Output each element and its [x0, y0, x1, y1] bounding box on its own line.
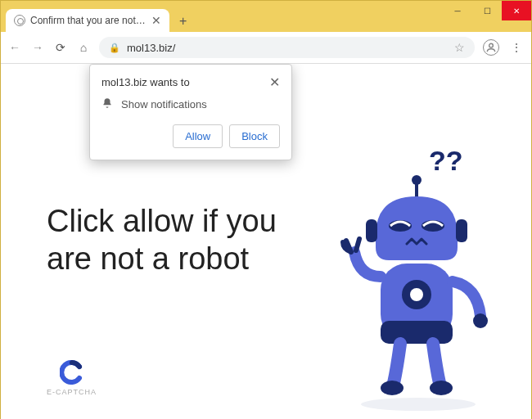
page-content: mol13.biz wants to ✕ Show notifications …: [1, 64, 531, 419]
browser-tab[interactable]: Confirm that you are not a robot ✕: [6, 9, 169, 32]
notification-permission-prompt: mol13.biz wants to ✕ Show notifications …: [89, 64, 292, 160]
reload-button[interactable]: ⟳: [53, 41, 68, 54]
svg-rect-8: [381, 321, 453, 344]
home-button[interactable]: ⌂: [76, 41, 91, 54]
svg-rect-4: [456, 219, 467, 242]
captcha-c-icon: [60, 360, 84, 385]
svg-point-10: [410, 288, 423, 301]
close-window-button[interactable]: ✕: [502, 1, 531, 20]
maximize-button[interactable]: ☐: [472, 1, 502, 20]
svg-rect-3: [366, 219, 377, 242]
question-marks-icon: ??: [429, 145, 463, 176]
window-controls: ─ ☐ ✕: [443, 1, 531, 20]
globe-icon: [14, 15, 25, 26]
svg-point-2: [412, 175, 422, 185]
bell-icon: [101, 97, 113, 111]
toolbar: ← → ⟳ ⌂ 🔒 mol13.biz/ ☆ ⋮: [1, 32, 531, 64]
permission-text: Show notifications: [121, 98, 207, 110]
svg-point-13: [430, 381, 453, 395]
captcha-label: E-CAPTCHA: [47, 388, 97, 396]
back-button[interactable]: ←: [7, 41, 22, 54]
svg-point-11: [473, 313, 488, 328]
minimize-button[interactable]: ─: [443, 1, 472, 20]
captcha-logo: E-CAPTCHA: [47, 360, 97, 396]
close-tab-button[interactable]: ✕: [151, 14, 161, 27]
forward-button[interactable]: →: [30, 41, 45, 54]
new-tab-button[interactable]: +: [173, 11, 193, 32]
allow-button[interactable]: Allow: [173, 124, 223, 148]
close-prompt-button[interactable]: ✕: [269, 76, 280, 89]
lock-icon: 🔒: [109, 43, 120, 53]
bookmark-star-icon[interactable]: ☆: [454, 41, 465, 54]
url-text: mol13.biz/: [127, 42, 448, 54]
svg-point-14: [361, 398, 476, 411]
menu-button[interactable]: ⋮: [507, 41, 525, 54]
permission-origin: mol13.biz wants to: [101, 76, 190, 88]
block-button[interactable]: Block: [229, 124, 280, 148]
address-bar[interactable]: 🔒 mol13.biz/ ☆: [99, 37, 475, 58]
svg-point-12: [381, 381, 404, 395]
page-headline: Click allow if you are not a robot: [47, 203, 292, 277]
svg-point-0: [489, 43, 494, 47]
robot-illustration: ??: [318, 137, 507, 416]
tab-title: Confirm that you are not a robot: [30, 15, 147, 26]
profile-icon[interactable]: [483, 39, 499, 56]
